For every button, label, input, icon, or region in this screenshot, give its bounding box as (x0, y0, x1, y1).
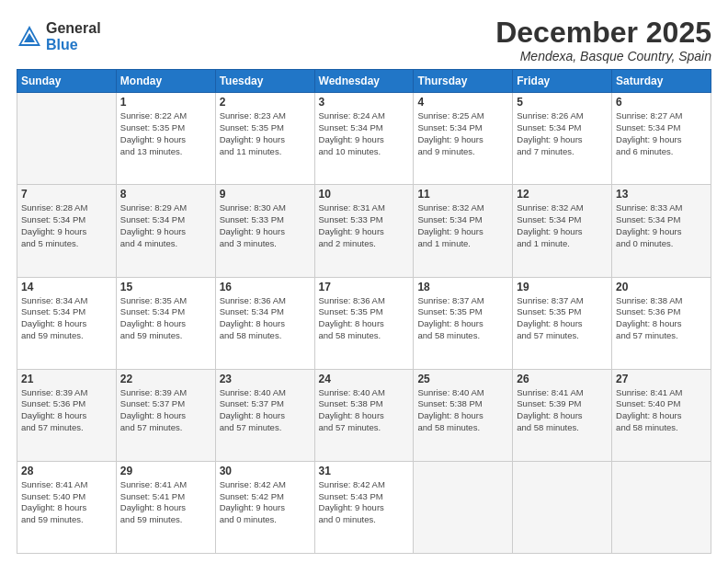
day-info: Sunrise: 8:36 AMSunset: 5:35 PMDaylight:… (319, 295, 410, 342)
day-number: 21 (21, 373, 112, 385)
table-row: 31Sunrise: 8:42 AMSunset: 5:43 PMDayligh… (314, 461, 414, 553)
day-number: 29 (120, 465, 211, 477)
day-info: Sunrise: 8:42 AMSunset: 5:43 PMDaylight:… (319, 479, 410, 526)
table-row: 6Sunrise: 8:27 AMSunset: 5:34 PMDaylight… (612, 93, 711, 185)
logo-text: General Blue (46, 20, 101, 52)
table-row: 16Sunrise: 8:36 AMSunset: 5:34 PMDayligh… (215, 277, 314, 369)
table-row: 4Sunrise: 8:25 AMSunset: 5:34 PMDaylight… (414, 93, 513, 185)
header-tuesday: Tuesday (215, 70, 314, 93)
location: Mendexa, Basque Country, Spain (495, 49, 711, 63)
day-info: Sunrise: 8:26 AMSunset: 5:34 PMDaylight:… (517, 110, 608, 157)
day-info: Sunrise: 8:25 AMSunset: 5:34 PMDaylight:… (417, 110, 508, 157)
day-number: 27 (616, 373, 707, 385)
table-row: 22Sunrise: 8:39 AMSunset: 5:37 PMDayligh… (116, 369, 215, 461)
header-monday: Monday (116, 70, 215, 93)
table-row: 26Sunrise: 8:41 AMSunset: 5:39 PMDayligh… (513, 369, 612, 461)
calendar-week-row: 28Sunrise: 8:41 AMSunset: 5:40 PMDayligh… (17, 461, 711, 553)
calendar-table: Sunday Monday Tuesday Wednesday Thursday… (17, 69, 711, 554)
day-info: Sunrise: 8:40 AMSunset: 5:38 PMDaylight:… (319, 387, 410, 434)
day-number: 22 (120, 373, 211, 385)
day-info: Sunrise: 8:41 AMSunset: 5:39 PMDaylight:… (517, 387, 608, 434)
day-info: Sunrise: 8:41 AMSunset: 5:41 PMDaylight:… (120, 479, 211, 526)
header-saturday: Saturday (612, 70, 711, 93)
header-friday: Friday (513, 70, 612, 93)
day-number: 9 (220, 188, 311, 201)
day-info: Sunrise: 8:30 AMSunset: 5:33 PMDaylight:… (220, 202, 311, 249)
header-sunday: Sunday (17, 70, 117, 93)
table-row: 10Sunrise: 8:31 AMSunset: 5:33 PMDayligh… (314, 185, 414, 277)
day-info: Sunrise: 8:41 AMSunset: 5:40 PMDaylight:… (21, 479, 112, 526)
day-number: 17 (319, 281, 410, 293)
day-info: Sunrise: 8:31 AMSunset: 5:33 PMDaylight:… (319, 202, 410, 249)
table-row: 9Sunrise: 8:30 AMSunset: 5:33 PMDaylight… (215, 185, 314, 277)
table-row: 28Sunrise: 8:41 AMSunset: 5:40 PMDayligh… (17, 461, 117, 553)
table-row: 1Sunrise: 8:22 AMSunset: 5:35 PMDaylight… (116, 93, 215, 185)
title-block: December 2025 Mendexa, Basque Country, S… (495, 17, 711, 63)
table-row: 8Sunrise: 8:29 AMSunset: 5:34 PMDaylight… (116, 185, 215, 277)
day-number: 13 (616, 188, 707, 201)
table-row: 3Sunrise: 8:24 AMSunset: 5:34 PMDaylight… (314, 93, 414, 185)
table-row: 2Sunrise: 8:23 AMSunset: 5:35 PMDaylight… (215, 93, 314, 185)
table-row: 14Sunrise: 8:34 AMSunset: 5:34 PMDayligh… (17, 277, 117, 369)
table-row (414, 461, 513, 553)
logo-icon (17, 24, 42, 50)
day-number: 12 (517, 188, 608, 201)
day-info: Sunrise: 8:36 AMSunset: 5:34 PMDaylight:… (220, 295, 311, 342)
day-number: 25 (417, 373, 508, 385)
day-number: 8 (120, 188, 211, 201)
day-info: Sunrise: 8:35 AMSunset: 5:34 PMDaylight:… (120, 295, 211, 342)
calendar-week-row: 1Sunrise: 8:22 AMSunset: 5:35 PMDaylight… (17, 93, 711, 185)
table-row: 20Sunrise: 8:38 AMSunset: 5:36 PMDayligh… (612, 277, 711, 369)
day-number: 28 (21, 465, 112, 477)
table-row: 19Sunrise: 8:37 AMSunset: 5:35 PMDayligh… (513, 277, 612, 369)
day-info: Sunrise: 8:28 AMSunset: 5:34 PMDaylight:… (21, 202, 112, 249)
day-number: 2 (220, 96, 311, 109)
header: General Blue December 2025 Mendexa, Basq… (17, 17, 711, 63)
day-info: Sunrise: 8:42 AMSunset: 5:42 PMDaylight:… (220, 479, 311, 526)
day-info: Sunrise: 8:22 AMSunset: 5:35 PMDaylight:… (120, 110, 211, 157)
day-number: 11 (417, 188, 508, 201)
day-number: 20 (616, 281, 707, 293)
logo-general-text: General (46, 20, 101, 37)
logo-blue-text: Blue (46, 37, 101, 53)
table-row: 27Sunrise: 8:41 AMSunset: 5:40 PMDayligh… (612, 369, 711, 461)
day-number: 5 (517, 96, 608, 109)
table-row: 5Sunrise: 8:26 AMSunset: 5:34 PMDaylight… (513, 93, 612, 185)
page: General Blue December 2025 Mendexa, Basq… (0, 0, 728, 563)
day-info: Sunrise: 8:32 AMSunset: 5:34 PMDaylight:… (517, 202, 608, 249)
header-wednesday: Wednesday (314, 70, 414, 93)
header-thursday: Thursday (414, 70, 513, 93)
day-number: 23 (220, 373, 311, 385)
table-row: 23Sunrise: 8:40 AMSunset: 5:37 PMDayligh… (215, 369, 314, 461)
day-info: Sunrise: 8:37 AMSunset: 5:35 PMDaylight:… (517, 295, 608, 342)
day-number: 1 (120, 96, 211, 109)
table-row: 30Sunrise: 8:42 AMSunset: 5:42 PMDayligh… (215, 461, 314, 553)
day-info: Sunrise: 8:40 AMSunset: 5:38 PMDaylight:… (417, 387, 508, 434)
day-info: Sunrise: 8:32 AMSunset: 5:34 PMDaylight:… (417, 202, 508, 249)
day-number: 18 (417, 281, 508, 293)
day-info: Sunrise: 8:38 AMSunset: 5:36 PMDaylight:… (616, 295, 707, 342)
day-number: 7 (21, 188, 112, 201)
day-info: Sunrise: 8:33 AMSunset: 5:34 PMDaylight:… (616, 202, 707, 249)
table-row: 15Sunrise: 8:35 AMSunset: 5:34 PMDayligh… (116, 277, 215, 369)
day-number: 26 (517, 373, 608, 385)
day-info: Sunrise: 8:29 AMSunset: 5:34 PMDaylight:… (120, 202, 211, 249)
day-number: 30 (220, 465, 311, 477)
table-row (612, 461, 711, 553)
day-number: 31 (319, 465, 410, 477)
table-row (513, 461, 612, 553)
day-info: Sunrise: 8:39 AMSunset: 5:36 PMDaylight:… (21, 387, 112, 434)
table-row: 17Sunrise: 8:36 AMSunset: 5:35 PMDayligh… (314, 277, 414, 369)
weekday-header-row: Sunday Monday Tuesday Wednesday Thursday… (17, 70, 711, 93)
table-row: 24Sunrise: 8:40 AMSunset: 5:38 PMDayligh… (314, 369, 414, 461)
table-row: 29Sunrise: 8:41 AMSunset: 5:41 PMDayligh… (116, 461, 215, 553)
day-info: Sunrise: 8:24 AMSunset: 5:34 PMDaylight:… (319, 110, 410, 157)
day-info: Sunrise: 8:41 AMSunset: 5:40 PMDaylight:… (616, 387, 707, 434)
day-number: 16 (220, 281, 311, 293)
day-number: 14 (21, 281, 112, 293)
table-row: 13Sunrise: 8:33 AMSunset: 5:34 PMDayligh… (612, 185, 711, 277)
day-number: 19 (517, 281, 608, 293)
day-info: Sunrise: 8:39 AMSunset: 5:37 PMDaylight:… (120, 387, 211, 434)
calendar-week-row: 21Sunrise: 8:39 AMSunset: 5:36 PMDayligh… (17, 369, 711, 461)
table-row: 11Sunrise: 8:32 AMSunset: 5:34 PMDayligh… (414, 185, 513, 277)
